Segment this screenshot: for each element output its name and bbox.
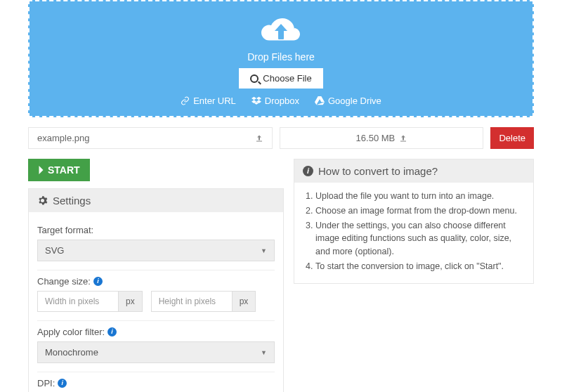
width-input[interactable] [37,291,119,312]
info-icon: i [303,166,313,176]
google-drive-icon [315,96,325,105]
height-input[interactable] [151,291,233,312]
info-icon[interactable]: i [93,277,103,286]
enter-url-link[interactable]: Enter URL [181,96,236,106]
dropbox-link[interactable]: Dropbox [251,96,299,106]
color-filter-label: Apply color filter: [37,327,105,337]
settings-header: Settings [29,189,283,212]
howto-step: Under the settings, you can also choose … [315,219,522,259]
drop-files-label: Drop Files here [37,51,525,63]
uploaded-file-row: example.png 16.50 MB Delete [28,127,534,149]
file-dropzone[interactable]: Drop Files here Choose File Enter URL Dr… [28,0,534,117]
dropbox-icon [251,96,261,105]
info-icon[interactable]: i [58,379,67,388]
color-filter-select[interactable]: Monochrome ▼ [37,341,275,363]
delete-button[interactable]: Delete [490,127,534,149]
info-icon[interactable]: i [107,327,117,337]
howto-header: i How to convert to image? [294,159,533,183]
file-upload-icon [255,134,263,143]
start-button[interactable]: START [28,159,90,181]
target-format-select[interactable]: SVG ▼ [37,240,275,261]
svg-rect-0 [278,30,284,39]
chevron-down-icon: ▼ [261,349,267,356]
link-icon [181,96,190,105]
choose-file-button[interactable]: Choose File [239,68,322,89]
howto-step: Upload the file you want to turn into an… [315,190,522,203]
howto-panel: i How to convert to image? Upload the fi… [294,159,534,284]
file-name-text: example.png [37,133,89,143]
height-unit: px [233,291,256,312]
file-name-cell: example.png [28,127,273,149]
chevron-right-icon [38,166,44,174]
file-size-text: 16.50 MB [356,133,396,143]
choose-file-label: Choose File [263,73,311,84]
search-icon [250,74,259,83]
target-format-label: Target format: [37,225,275,235]
cloud-upload-icon [37,15,525,48]
dpi-label: DPI: [37,378,55,388]
change-size-label: Change size: [37,276,91,287]
gears-icon [37,195,48,206]
size-upload-icon [399,134,407,143]
chevron-down-icon: ▼ [261,247,267,254]
howto-steps: Upload the file you want to turn into an… [294,183,533,283]
settings-panel: Settings Target format: SVG ▼ Change siz… [28,188,284,392]
width-unit: px [119,291,143,312]
howto-step: Choose an image format from the drop-dow… [315,204,522,218]
howto-step: To start the conversion to image, click … [315,260,522,273]
google-drive-link[interactable]: Google Drive [315,96,381,106]
file-size-cell: 16.50 MB [280,127,483,149]
